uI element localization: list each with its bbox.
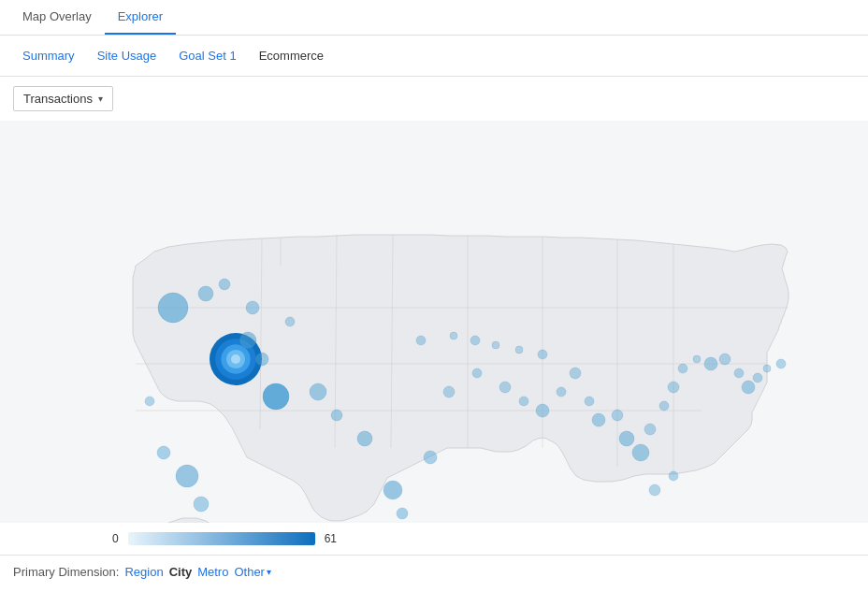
svg-point-51 xyxy=(659,401,669,411)
svg-point-63 xyxy=(515,346,523,354)
dimension-other-dropdown[interactable]: Other ▾ xyxy=(234,565,271,579)
tab-goal-set-1[interactable]: Goal Set 1 xyxy=(169,43,245,68)
legend-min: 0 xyxy=(112,532,119,545)
svg-point-46 xyxy=(592,413,605,426)
svg-point-65 xyxy=(470,336,480,345)
svg-point-24 xyxy=(239,332,256,349)
svg-point-56 xyxy=(719,354,731,365)
svg-point-32 xyxy=(310,383,326,400)
svg-point-38 xyxy=(443,386,455,397)
sub-tabs: Summary Site Usage Goal Set 1 Ecommerce xyxy=(0,36,868,77)
primary-dimension-label: Primary Dimension: xyxy=(13,565,119,579)
svg-point-64 xyxy=(492,341,499,349)
dimension-metro[interactable]: Metro xyxy=(197,565,228,579)
toolbar: Transactions ▾ xyxy=(0,77,868,121)
legend-bar: 0 61 xyxy=(0,523,868,555)
svg-point-58 xyxy=(742,381,755,394)
svg-point-48 xyxy=(619,431,634,446)
svg-point-68 xyxy=(649,484,660,496)
svg-point-29 xyxy=(145,397,154,406)
svg-point-66 xyxy=(450,332,457,339)
svg-point-50 xyxy=(644,424,656,435)
map-container xyxy=(0,121,868,523)
svg-point-55 xyxy=(704,357,717,370)
svg-point-23 xyxy=(219,279,230,290)
tab-ecommerce[interactable]: Ecommerce xyxy=(250,43,333,68)
svg-point-41 xyxy=(519,397,528,406)
svg-point-22 xyxy=(198,286,213,301)
svg-point-34 xyxy=(357,431,372,446)
svg-point-47 xyxy=(612,410,623,421)
svg-point-37 xyxy=(424,451,437,464)
svg-point-45 xyxy=(585,397,594,406)
svg-point-21 xyxy=(158,293,188,323)
legend-max: 61 xyxy=(325,532,337,545)
svg-point-43 xyxy=(557,387,566,397)
dimension-other-label: Other xyxy=(234,565,265,579)
svg-point-31 xyxy=(285,317,295,326)
svg-point-28 xyxy=(194,497,209,512)
svg-point-44 xyxy=(570,368,581,379)
svg-point-30 xyxy=(246,301,259,314)
tab-site-usage[interactable]: Site Usage xyxy=(88,43,166,68)
tab-map-overlay[interactable]: Map Overlay xyxy=(9,0,105,35)
svg-point-67 xyxy=(416,336,426,345)
svg-point-42 xyxy=(536,404,549,417)
svg-point-53 xyxy=(678,364,687,373)
dropdown-label: Transactions xyxy=(23,92,93,106)
svg-point-61 xyxy=(776,359,786,368)
svg-point-27 xyxy=(176,465,198,487)
dropdown-arrow-icon: ▾ xyxy=(98,94,103,104)
dimension-city[interactable]: City xyxy=(169,565,193,579)
tab-explorer[interactable]: Explorer xyxy=(105,0,176,35)
top-tabs: Map Overlay Explorer xyxy=(0,0,868,36)
svg-point-69 xyxy=(669,471,678,481)
dimension-region[interactable]: Region xyxy=(124,565,163,579)
metric-dropdown[interactable]: Transactions ▾ xyxy=(13,86,113,111)
svg-point-19 xyxy=(231,354,240,364)
gradient-scale xyxy=(128,532,315,545)
svg-point-62 xyxy=(538,350,547,359)
svg-point-57 xyxy=(734,368,744,378)
dimension-other-arrow-icon: ▾ xyxy=(267,567,271,577)
svg-point-20 xyxy=(263,383,289,410)
svg-point-35 xyxy=(383,481,402,499)
svg-point-60 xyxy=(763,365,771,372)
svg-point-25 xyxy=(255,353,268,366)
svg-point-33 xyxy=(331,410,342,421)
svg-point-54 xyxy=(693,355,701,363)
svg-point-26 xyxy=(157,446,170,459)
svg-point-39 xyxy=(472,368,482,378)
us-map xyxy=(0,121,868,523)
tab-summary[interactable]: Summary xyxy=(13,43,84,68)
svg-point-40 xyxy=(499,382,511,393)
primary-dimension-bar: Primary Dimension: Region City Metro Oth… xyxy=(0,555,868,588)
svg-point-36 xyxy=(397,508,408,519)
svg-point-52 xyxy=(668,382,679,393)
svg-point-49 xyxy=(632,444,649,461)
svg-point-59 xyxy=(753,373,762,383)
